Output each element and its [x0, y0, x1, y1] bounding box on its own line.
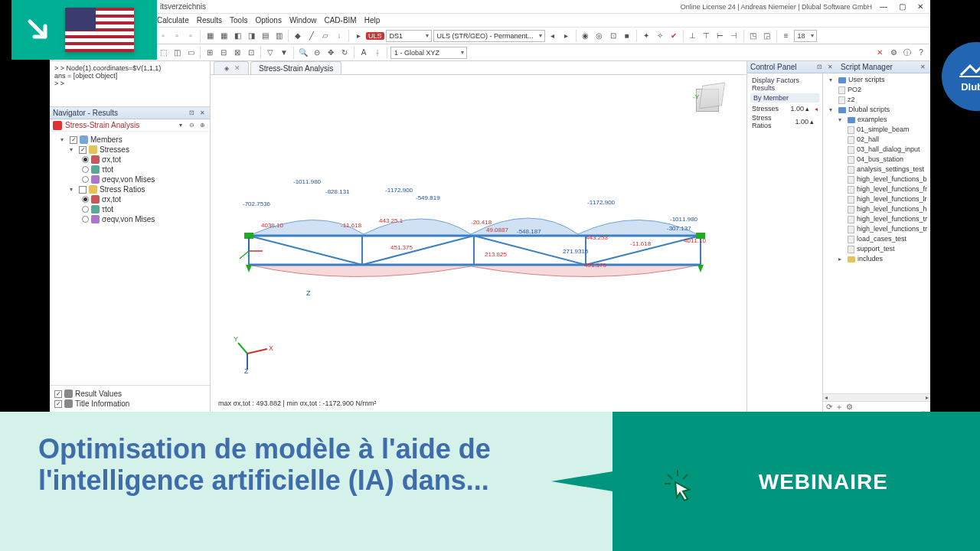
sm-item[interactable]: high_level_functions_tr	[857, 214, 927, 224]
chevron-right-icon[interactable]: ▸	[838, 254, 845, 264]
sm-item[interactable]: load_cases_test	[857, 234, 906, 244]
scrollbar-horizontal[interactable]: ◂▸	[823, 393, 930, 401]
view-cube[interactable]: -Y	[691, 81, 727, 116]
tb2-snap3-icon[interactable]: ⊠	[231, 47, 243, 59]
spinner-icon[interactable]: ▴	[810, 118, 818, 126]
language-selector[interactable]	[11, 0, 157, 60]
tb2-rect-icon[interactable]: ▭	[185, 47, 197, 59]
tb2-zoom-in-icon[interactable]: 🔍	[297, 47, 309, 59]
checkbox[interactable]: ✓	[54, 390, 62, 398]
tb-solid-icon[interactable]: ■	[621, 30, 633, 42]
menu-results[interactable]: Results	[197, 16, 222, 24]
tb2-rotate-icon[interactable]: ↻	[338, 47, 351, 59]
sm-item[interactable]: PO2	[848, 85, 861, 95]
checkbox[interactable]: ✓	[79, 146, 87, 154]
tb-layer-icon[interactable]: ≡	[780, 30, 792, 42]
tb2-measure-icon[interactable]: ⟊	[371, 47, 384, 59]
radio[interactable]	[82, 216, 89, 223]
tb-open-icon[interactable]: ▫	[171, 30, 183, 42]
radio[interactable]	[82, 166, 89, 173]
sm-refresh-icon[interactable]: ⟳	[826, 403, 832, 411]
tree-members[interactable]: Members	[90, 135, 122, 144]
tb-dim2-icon[interactable]: ⊤	[701, 30, 713, 42]
cp-value[interactable]: 1.00	[787, 118, 808, 126]
tb-dim1-icon[interactable]: ⊥	[687, 30, 699, 42]
tb2-text-icon[interactable]: A	[358, 47, 370, 59]
title-information[interactable]: Title Information	[75, 399, 129, 408]
cp-value[interactable]: 1.00	[782, 105, 804, 112]
tb-check-icon[interactable]: ✔	[668, 30, 680, 42]
bymember-section[interactable]: By Member	[753, 94, 789, 102]
tb-iso-icon[interactable]: ◳	[747, 30, 760, 42]
tb-next-icon[interactable]: ▸	[560, 30, 573, 42]
tb-calc-icon[interactable]: ▸	[352, 30, 364, 42]
tree-item[interactable]: σeqv,von Mises	[102, 215, 155, 223]
tb-cube2-icon[interactable]: ◨	[245, 30, 257, 42]
sm-item[interactable]: 02_hall	[857, 135, 879, 145]
expand-icon[interactable]: ▾	[70, 186, 77, 193]
tb2-snap1-icon[interactable]: ⊞	[204, 47, 216, 59]
checkbox[interactable]	[79, 186, 87, 194]
tb2-pan-icon[interactable]: ✥	[325, 47, 337, 59]
tb2-help-icon[interactable]: ?	[915, 47, 927, 59]
sm-settings-icon[interactable]: ⚙	[846, 403, 853, 411]
tb2-window-icon[interactable]: ◫	[171, 47, 183, 59]
tb2-snap4-icon[interactable]: ⊡	[245, 47, 257, 59]
sm-item[interactable]: high_level_functions_tr	[857, 224, 927, 234]
chevron-down-icon[interactable]: ▾	[176, 121, 185, 130]
tb-render1-icon[interactable]: ◉	[580, 30, 592, 42]
tb-dim3-icon[interactable]: ⊢	[714, 30, 727, 42]
tb-tools1-icon[interactable]: ✦	[640, 30, 652, 42]
tb2-filter1-icon[interactable]: ▽	[264, 47, 276, 59]
tb-grid-icon[interactable]: ▦	[204, 30, 216, 42]
tb-surface-icon[interactable]: ▱	[319, 30, 332, 42]
menu-cad-bim[interactable]: CAD-BIM	[324, 16, 356, 24]
combo-load-combination[interactable]: ULS (STR/GEO) - Permanent...	[433, 30, 545, 42]
menu-help[interactable]: Help	[364, 16, 381, 24]
tb-save-icon[interactable]: ▫	[185, 30, 197, 42]
expand-icon[interactable]: ⊕	[198, 121, 207, 130]
tb-tools2-icon[interactable]: ✧	[654, 30, 666, 42]
tab-placeholder[interactable]: ◈✕	[214, 61, 249, 74]
tree-item[interactable]: τtot	[102, 205, 113, 214]
tb-prev-icon[interactable]: ◂	[547, 30, 559, 42]
sm-user-scripts[interactable]: User scripts	[848, 75, 885, 85]
combo-view-cs[interactable]: 1 - Global XYZ	[390, 47, 467, 59]
tb-render2-icon[interactable]: ◎	[593, 30, 606, 42]
radio[interactable]	[82, 176, 89, 183]
tb-wireframe-icon[interactable]: ⊡	[607, 30, 619, 42]
sm-item[interactable]: 01_simple_beam	[857, 125, 910, 135]
tb-view1-icon[interactable]: ▤	[259, 30, 271, 42]
sm-includes[interactable]: includes	[858, 254, 883, 264]
tb-load-icon[interactable]: ↓	[333, 30, 345, 42]
tb-grid2-icon[interactable]: ▦	[217, 30, 230, 42]
script-console[interactable]: > > Node(1).coordinates=$V(1,1,1) ans = …	[50, 61, 210, 107]
checkbox[interactable]: ✓	[54, 400, 62, 408]
sm-dlubal-scripts[interactable]: Dlubal scripts	[848, 105, 890, 115]
tb2-select-icon[interactable]: ⬚	[157, 47, 169, 59]
radio[interactable]	[82, 206, 89, 213]
sm-add-icon[interactable]: ＋	[835, 402, 843, 412]
close-icon[interactable]: ✕	[918, 63, 927, 72]
tree-stress-ratios[interactable]: Stress Ratios	[100, 185, 145, 194]
collapse-icon[interactable]: ⊖	[187, 121, 196, 130]
expand-icon[interactable]: ▾	[60, 136, 67, 143]
tb-node-icon[interactable]: ◆	[292, 30, 304, 42]
sm-item[interactable]: high_level_functions_fr	[857, 184, 927, 194]
radio[interactable]	[82, 196, 89, 203]
pin-icon[interactable]: ⊡	[815, 63, 824, 72]
menu-window[interactable]: Window	[289, 16, 317, 24]
spinner-icon[interactable]: ▴	[805, 105, 813, 112]
combo-layer[interactable]: 18	[794, 30, 817, 42]
tb-cube-icon[interactable]: ◧	[231, 30, 243, 42]
checkbox[interactable]: ✓	[70, 136, 77, 144]
tb2-delete-icon[interactable]: ✕	[874, 47, 886, 59]
sm-item[interactable]: high_level_functions_h	[857, 204, 927, 214]
tree-item[interactable]: σeqv,von Mises	[102, 175, 155, 184]
minimize-button[interactable]: —	[877, 2, 890, 12]
viewport-3d[interactable]: -Y	[211, 75, 746, 412]
radio[interactable]	[82, 156, 89, 163]
sm-item[interactable]: 04_bus_station	[857, 155, 903, 165]
tab-stress-strain[interactable]: Stress-Strain Analysis	[250, 61, 341, 74]
sm-item[interactable]: high_level_functions_lr	[857, 194, 927, 204]
